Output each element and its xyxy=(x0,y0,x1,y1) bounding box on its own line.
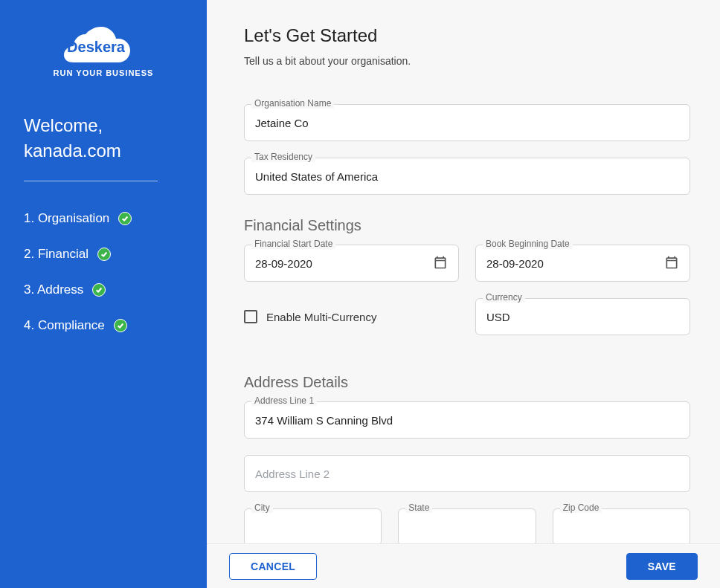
address-line1-input-wrap[interactable] xyxy=(244,401,690,439)
footer-bar: CANCEL SAVE xyxy=(207,543,720,588)
step-list: 1. Organisation 2. Financial 3. Address … xyxy=(24,211,183,333)
financial-start-label: Financial Start Date xyxy=(251,239,335,249)
tax-residency-field: Tax Residency xyxy=(244,158,690,195)
sidebar-item-financial[interactable]: 2. Financial xyxy=(24,247,183,262)
calendar-icon[interactable] xyxy=(664,255,679,272)
tax-residency-label: Tax Residency xyxy=(251,152,315,162)
welcome-line1: Welcome, xyxy=(24,113,183,138)
tax-residency-input[interactable] xyxy=(255,170,679,183)
org-name-input[interactable] xyxy=(255,117,679,129)
zip-label: Zip Code xyxy=(560,503,602,513)
currency-field: Currency xyxy=(475,298,690,335)
cancel-button[interactable]: CANCEL xyxy=(229,553,317,580)
welcome-text: Welcome, kanada.com xyxy=(24,113,183,163)
multi-currency-label[interactable]: Enable Multi-Currency xyxy=(266,311,376,323)
state-input-wrap[interactable] xyxy=(398,508,536,543)
state-label: State xyxy=(405,503,432,513)
address-line2-input-wrap[interactable] xyxy=(244,455,690,492)
multi-currency-row: Enable Multi-Currency xyxy=(244,298,459,335)
book-beginning-input[interactable] xyxy=(486,257,664,270)
currency-input-wrap[interactable] xyxy=(475,298,690,335)
sidebar-item-address[interactable]: 3. Address xyxy=(24,282,183,297)
address-section-title: Address Details xyxy=(244,374,690,391)
tax-residency-input-wrap[interactable] xyxy=(244,158,690,195)
currency-label: Currency xyxy=(483,292,525,303)
zip-input-wrap[interactable] xyxy=(553,508,690,543)
divider xyxy=(24,181,158,181)
form-area: Let's Get Started Tell us a bit about yo… xyxy=(207,0,720,543)
page-subtitle: Tell us a bit about your organisation. xyxy=(244,55,690,67)
address-line2-field xyxy=(244,455,690,492)
book-beginning-input-wrap[interactable] xyxy=(475,245,690,282)
step-label: 1. Organisation xyxy=(24,211,109,226)
cloud-icon: Deskera xyxy=(59,24,148,62)
city-input[interactable] xyxy=(255,521,370,534)
main-content: Let's Get Started Tell us a bit about yo… xyxy=(207,0,720,588)
step-label: 3. Address xyxy=(24,282,83,297)
address-line1-field: Address Line 1 xyxy=(244,401,690,439)
org-name-input-wrap[interactable] xyxy=(244,104,690,141)
state-field: State xyxy=(398,508,536,543)
brand-text: Deskera xyxy=(67,39,126,55)
sidebar: Deskera RUN YOUR BUSINESS Welcome, kanad… xyxy=(0,0,207,588)
brand-logo: Deskera RUN YOUR BUSINESS xyxy=(24,24,183,77)
check-icon xyxy=(92,283,106,297)
check-icon xyxy=(97,248,111,261)
zip-field: Zip Code xyxy=(553,508,690,543)
check-icon xyxy=(118,212,132,225)
address-line2-input[interactable] xyxy=(255,468,679,480)
city-input-wrap[interactable] xyxy=(244,508,382,543)
calendar-icon[interactable] xyxy=(433,255,448,272)
financial-section-title: Financial Settings xyxy=(244,217,690,234)
financial-start-field: Financial Start Date xyxy=(244,245,459,282)
sidebar-item-compliance[interactable]: 4. Compliance xyxy=(24,318,183,333)
step-label: 4. Compliance xyxy=(24,318,105,333)
org-name-label: Organisation Name xyxy=(251,98,334,109)
save-button[interactable]: SAVE xyxy=(626,553,698,580)
currency-input[interactable] xyxy=(486,311,679,323)
org-name-field: Organisation Name xyxy=(244,104,690,141)
zip-input[interactable] xyxy=(564,521,679,534)
check-icon xyxy=(114,319,127,332)
city-field: City xyxy=(244,508,382,543)
address-line1-label: Address Line 1 xyxy=(251,395,317,406)
page-title: Let's Get Started xyxy=(244,25,690,46)
sidebar-item-organisation[interactable]: 1. Organisation xyxy=(24,211,183,226)
step-label: 2. Financial xyxy=(24,247,89,262)
book-beginning-field: Book Beginning Date xyxy=(475,245,690,282)
welcome-line2: kanada.com xyxy=(24,138,183,164)
book-beginning-label: Book Beginning Date xyxy=(483,239,573,249)
city-label: City xyxy=(251,503,273,513)
financial-start-input-wrap[interactable] xyxy=(244,245,459,282)
financial-start-input[interactable] xyxy=(255,257,433,270)
brand-tagline: RUN YOUR BUSINESS xyxy=(24,68,183,77)
address-line1-input[interactable] xyxy=(255,414,679,427)
multi-currency-checkbox[interactable] xyxy=(244,310,257,323)
state-input[interactable] xyxy=(409,521,524,534)
